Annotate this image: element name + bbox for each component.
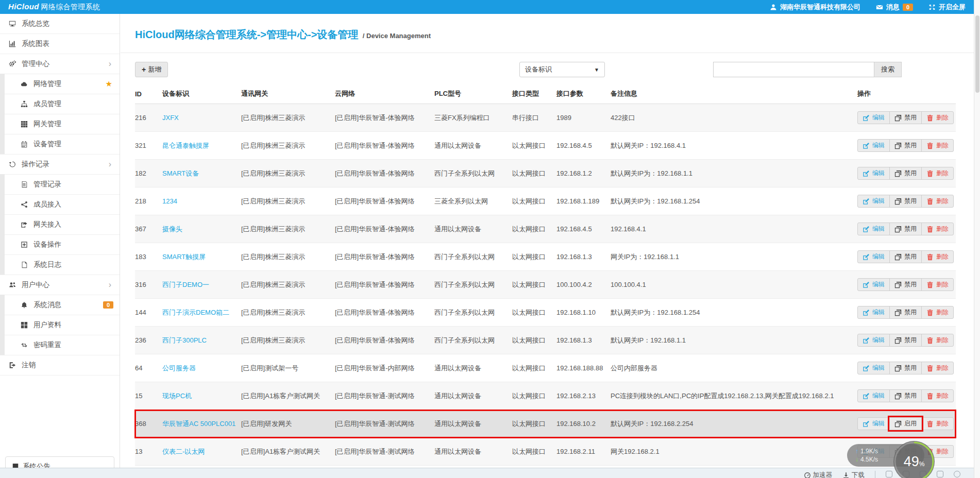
sidebar-item-cloud[interactable]: 网络管理★	[0, 74, 120, 94]
device-link[interactable]: SMART触摸屏	[162, 253, 206, 261]
sidebar-item-share[interactable]: 成员接入	[0, 195, 120, 215]
download-manager-button[interactable]: 下载	[842, 471, 865, 478]
brand-subtitle: 网络综合管理系统	[41, 3, 100, 11]
disable-button[interactable]: 禁用	[889, 362, 922, 374]
cell-interface-param: 100.100.4.2	[556, 271, 611, 299]
delete-button[interactable]: 删除	[921, 362, 954, 374]
disable-button[interactable]: 禁用	[889, 167, 922, 180]
sidebar-item-grid[interactable]: 网关管理	[0, 114, 120, 134]
device-link[interactable]: 公司服务器	[162, 364, 196, 372]
sidebar-item-label: 系统图表	[22, 39, 49, 48]
sidebar-item-file[interactable]: 系统日志	[0, 255, 120, 275]
sidebar-item-bell[interactable]: 系统消息0	[0, 295, 120, 315]
delete-button[interactable]: 删除	[921, 195, 954, 208]
search-input[interactable]	[713, 62, 874, 77]
sidebar-item-chart[interactable]: 系统图表	[0, 34, 120, 54]
sidebar-item-history[interactable]: 操作记录›	[0, 155, 120, 175]
row-action-group: 编辑禁用删除	[857, 278, 954, 291]
delete-button[interactable]: 删除	[921, 223, 954, 235]
favorite-star-icon[interactable]: ★	[106, 79, 112, 89]
edit-button[interactable]: 编辑	[857, 111, 890, 124]
cell-id: 13	[135, 438, 162, 466]
sidebar-item-share-square[interactable]: 网关接入	[0, 215, 120, 235]
device-link[interactable]: 1234	[162, 197, 177, 205]
search-field-select[interactable]: 设备标识 ▼	[519, 62, 605, 77]
upload-arrow-icon: ↑	[855, 448, 858, 455]
enable-button[interactable]: 启用	[889, 417, 922, 430]
sidebar-item-sitemap[interactable]: 成员管理	[0, 94, 120, 114]
edit-button[interactable]: 编辑	[857, 250, 890, 263]
delete-button[interactable]: 删除	[921, 306, 954, 319]
delete-button[interactable]: 删除	[921, 111, 954, 124]
disable-button[interactable]: 禁用	[889, 223, 922, 235]
sidebar-item-reset[interactable]: 密码重置	[0, 335, 120, 355]
device-link[interactable]: 现场PC机	[162, 392, 192, 400]
disable-button[interactable]: 禁用	[889, 334, 922, 347]
delete-button[interactable]: 删除	[921, 250, 954, 263]
disable-button[interactable]: 禁用	[889, 278, 922, 291]
edit-button[interactable]: 编辑	[857, 139, 890, 152]
edit-button[interactable]: 编辑	[857, 417, 890, 430]
device-link[interactable]: 西门子DEMO一	[162, 281, 209, 288]
edit-button[interactable]: 编辑	[857, 389, 890, 402]
sidebar-item-file-text[interactable]: 管理记录	[0, 175, 120, 195]
fullscreen-button[interactable]: 开启全屏	[928, 3, 966, 12]
cell-gateway: [已启用]株洲三菱演示	[241, 104, 335, 132]
sidebar-item-th-large[interactable]: 用户资料	[0, 315, 120, 335]
pencil-icon	[863, 309, 870, 316]
search-button[interactable]: 搜索	[874, 62, 902, 77]
delete-button[interactable]: 删除	[921, 278, 954, 291]
sidebar-item-logout[interactable]: 注销	[0, 355, 120, 375]
messages-menu[interactable]: 消息 0	[876, 3, 913, 12]
edit-button[interactable]: 编辑	[857, 278, 890, 291]
device-link[interactable]: 西门子演示DEMO箱二	[162, 309, 229, 316]
cell-gateway: [已启用]株洲三菱演示	[241, 160, 335, 187]
sidebar-item-calendar[interactable]: 设备管理	[0, 134, 120, 155]
delete-button[interactable]: 删除	[921, 334, 954, 347]
add-device-button[interactable]: + 新增	[135, 62, 168, 77]
accelerator-button[interactable]: 加速器	[804, 471, 833, 478]
sidebar-item-plus-square[interactable]: 设备操作	[0, 235, 120, 255]
main-content: HiCloud网络综合管理系统->管理中心->设备管理 / Device Man…	[121, 14, 974, 468]
chevron-right-icon: ›	[109, 160, 111, 168]
account-menu[interactable]: 湖南华辰智通科技有限公司	[770, 3, 860, 12]
pencil-icon	[863, 114, 870, 122]
messages-count-badge: 0	[903, 4, 913, 11]
edit-button[interactable]: 编辑	[857, 195, 890, 208]
disable-button[interactable]: 禁用	[889, 389, 922, 402]
statusbar-tool-icon[interactable]	[886, 471, 892, 477]
device-link[interactable]: SMART设备	[162, 169, 199, 177]
cell-note: 默认网关IP为：192.168.1.1	[611, 160, 857, 187]
browser-scrollbar[interactable]	[974, 0, 980, 478]
device-link[interactable]: 仪表二-以太网	[162, 448, 205, 455]
sidebar-item-desktop[interactable]: 系统总览	[0, 14, 120, 34]
delete-button[interactable]: 删除	[921, 389, 954, 402]
sidebar-item-gears[interactable]: 管理中心›	[0, 54, 120, 74]
file-icon	[21, 261, 29, 268]
sidebar-item-users[interactable]: 用户中心›	[0, 275, 120, 295]
usage-percent-widget[interactable]: 49%	[893, 441, 935, 478]
edit-button[interactable]: 编辑	[857, 306, 890, 319]
edit-button[interactable]: 编辑	[857, 167, 890, 180]
disable-button[interactable]: 禁用	[889, 250, 922, 263]
delete-button[interactable]: 删除	[921, 167, 954, 180]
device-link[interactable]: 西门子300PLC	[162, 336, 207, 344]
device-link[interactable]: 摄像头	[162, 225, 182, 233]
disable-button[interactable]: 禁用	[889, 306, 922, 319]
disable-button[interactable]: 禁用	[889, 111, 922, 124]
disable-button[interactable]: 禁用	[889, 139, 922, 152]
delete-button[interactable]: 删除	[921, 417, 954, 430]
device-link[interactable]: 昆仑通泰触摸屏	[162, 142, 209, 149]
edit-button[interactable]: 编辑	[857, 334, 890, 347]
delete-button[interactable]: 删除	[921, 139, 954, 152]
pencil-icon	[863, 281, 870, 288]
edit-button[interactable]: 编辑	[857, 223, 890, 235]
statusbar-tool-icon[interactable]	[954, 471, 960, 477]
statusbar-tool-icon[interactable]	[937, 471, 943, 477]
cell-device-name: JXFX	[162, 104, 241, 132]
disable-button[interactable]: 禁用	[889, 195, 922, 208]
device-link[interactable]: 华辰智通AC 500PLC001	[162, 420, 235, 428]
scrollbar-thumb[interactable]	[975, 15, 979, 93]
edit-button[interactable]: 编辑	[857, 362, 890, 374]
device-link[interactable]: JXFX	[162, 114, 179, 122]
